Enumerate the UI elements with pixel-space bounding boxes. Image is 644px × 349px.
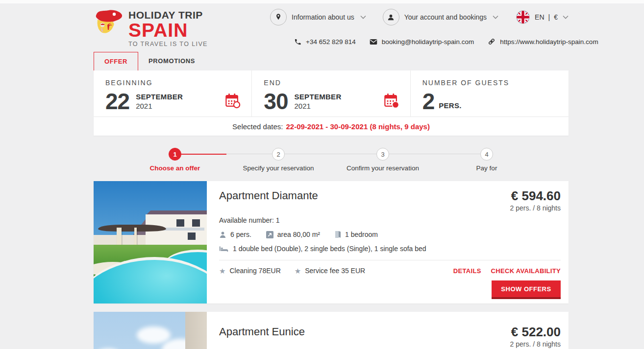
offer-photo-diamante[interactable]: [94, 181, 207, 303]
header-nav: Information about us Your account and bo…: [270, 9, 569, 25]
locale-lang: EN: [535, 13, 544, 21]
bed-icon: [219, 245, 228, 252]
step-4-circle[interactable]: 4: [480, 148, 493, 161]
beds-text: 1 double bed (Double), 2 single beds (Si…: [233, 245, 426, 253]
details-link[interactable]: DETAILS: [453, 267, 481, 275]
end-year: 2021: [295, 102, 342, 111]
contact-phone-text: +34 652 829 814: [306, 38, 356, 46]
check-availability-link[interactable]: CHECK AVAILABILITY: [491, 267, 561, 275]
fee-cleaning-text: Cleaning 78EUR: [229, 267, 280, 275]
selected-dates-value: 22-09-2021 - 30-09-2021 (8 nights, 9 day…: [286, 122, 429, 131]
fee-service-text: Service fee 35 EUR: [305, 267, 365, 275]
offer-price: € 522.00: [510, 326, 561, 339]
feature-persons-text: 6 pers.: [230, 231, 251, 238]
offer-card-eunice: Apartment Eunice € 522.00 2 pers. / 8 ni…: [94, 312, 569, 349]
beginning-year: 2021: [136, 102, 183, 111]
nav-account-bookings[interactable]: Your account and bookings: [383, 9, 498, 25]
end-date-field[interactable]: END 30 SEPTEMBER 2021: [251, 70, 410, 116]
user-icon: [383, 9, 399, 25]
language-currency-selector[interactable]: EN | €: [515, 9, 569, 25]
offer-price: € 594.60: [510, 189, 561, 203]
envelope-icon: [370, 39, 377, 45]
uk-flag-icon: [515, 9, 531, 25]
offer-title[interactable]: Apartment Diamante: [219, 189, 318, 202]
end-month: SEPTEMBER: [295, 93, 342, 102]
stepper-line-2: [285, 154, 376, 154]
link-icon: [488, 38, 495, 46]
offer-price-sub: 2 pers. / 8 nights: [510, 340, 561, 348]
nav-information-about-us[interactable]: Information about us: [270, 9, 366, 25]
contact-email-text: booking@holidaytrip-spain.com: [382, 38, 474, 46]
locale-divider: |: [548, 13, 550, 21]
beginning-month: SEPTEMBER: [136, 93, 183, 102]
show-offers-button[interactable]: SHOW OFFERS: [492, 280, 561, 299]
contact-website-text: https://www.holidaytrip-spain.com: [500, 38, 598, 46]
door-icon: [335, 231, 341, 238]
chevron-down-icon: [360, 15, 366, 19]
brand-logo-spain-map-icon[interactable]: [93, 7, 125, 39]
tab-offer[interactable]: OFFER: [94, 52, 138, 70]
contact-email[interactable]: booking@holidaytrip-spain.com: [370, 38, 474, 46]
fees: ★ Cleaning 78EUR ★ Service fee 35 EUR: [219, 267, 365, 275]
page: HOLIDAY TRIP SPAIN TO TRAVEL IS TO LIVE …: [0, 0, 644, 349]
feature-row: 6 pers. area 80,00 m² 1 bedroom: [219, 231, 561, 238]
star-icon: ★: [219, 267, 225, 275]
fee-cleaning: ★ Cleaning 78EUR: [219, 267, 281, 275]
step-3-label: Confirm your reservation: [329, 164, 437, 172]
locale-currency: €: [554, 13, 558, 21]
booking-stepper: 1 2 3 4 Choose an offer Specify your res…: [94, 143, 569, 178]
beginning-day: 22: [105, 91, 129, 112]
chevron-down-icon: [493, 15, 498, 19]
offer-body-eunice: Apartment Eunice € 522.00 2 pers. / 8 ni…: [207, 312, 569, 349]
offer-body-diamante: Apartment Diamante € 594.60 2 pers. / 8 …: [207, 181, 569, 303]
feature-area-text: area 80,00 m²: [277, 231, 320, 238]
step-1-label: Choose an offer: [121, 164, 229, 172]
feature-bedrooms-text: 1 bedroom: [345, 231, 378, 238]
step-4-label: Pay for: [433, 164, 541, 172]
nav-info-label: Information about us: [292, 13, 354, 21]
brand-line2: SPAIN: [128, 21, 208, 40]
contact-website[interactable]: https://www.holidaytrip-spain.com: [488, 38, 598, 46]
tab-bar: OFFER PROMOTIONS: [94, 52, 205, 70]
guests-unit: PERS.: [439, 101, 462, 110]
beds-row: 1 double bed (Double), 2 single beds (Si…: [219, 245, 561, 253]
feature-area: area 80,00 m²: [266, 231, 320, 238]
area-icon: [266, 231, 273, 238]
top-strip: [0, 0, 644, 3]
end-calendar-icon[interactable]: [384, 93, 399, 109]
beginning-date-field[interactable]: BEGINNING 22 SEPTEMBER 2021: [94, 70, 251, 116]
offer-price-sub: 2 pers. / 8 nights: [510, 204, 561, 212]
contact-phone[interactable]: +34 652 829 814: [294, 38, 356, 46]
step-3-circle[interactable]: 3: [376, 148, 389, 161]
feature-bedrooms: 1 bedroom: [335, 231, 378, 238]
phone-icon: [294, 38, 301, 46]
person-icon: [219, 231, 226, 238]
guests-field[interactable]: NUMBER OF GUESTS 2 PERS.: [410, 70, 569, 116]
stepper-line-3: [389, 154, 480, 154]
offer-title[interactable]: Apartment Eunice: [219, 326, 305, 338]
end-day: 30: [264, 91, 288, 112]
beginning-calendar-icon[interactable]: [225, 93, 241, 109]
guests-label: NUMBER OF GUESTS: [422, 79, 557, 87]
step-2-circle[interactable]: 2: [272, 148, 285, 161]
offer-photo-eunice[interactable]: [94, 312, 207, 349]
available-number: Available number: 1: [219, 216, 561, 224]
brand-logo-text[interactable]: HOLIDAY TRIP SPAIN TO TRAVEL IS TO LIVE: [128, 10, 208, 47]
card-divider: [219, 260, 561, 260]
selected-dates-prefix: Selected dates:: [232, 122, 283, 131]
tab-promotions[interactable]: PROMOTIONS: [138, 52, 205, 70]
contact-row: +34 652 829 814 booking@holidaytrip-spai…: [294, 38, 598, 46]
step-1-circle[interactable]: 1: [169, 148, 181, 161]
selected-dates-bar: Selected dates: 22-09-2021 - 30-09-2021 …: [94, 117, 569, 136]
brand-tagline: TO TRAVEL IS TO LIVE: [128, 41, 208, 47]
location-pin-icon: [270, 9, 287, 25]
search-panel: BEGINNING 22 SEPTEMBER 2021: [94, 70, 569, 116]
guests-count: 2: [422, 91, 435, 112]
star-icon: ★: [295, 267, 301, 275]
chevron-down-icon: [563, 15, 569, 19]
brand-line1: HOLIDAY TRIP: [128, 10, 208, 20]
feature-persons: 6 pers.: [219, 231, 251, 238]
step-2-label: Specify your reservation: [224, 164, 332, 172]
nav-account-label: Your account and bookings: [404, 13, 487, 21]
offer-card-diamante: Apartment Diamante € 594.60 2 pers. / 8 …: [94, 181, 569, 303]
